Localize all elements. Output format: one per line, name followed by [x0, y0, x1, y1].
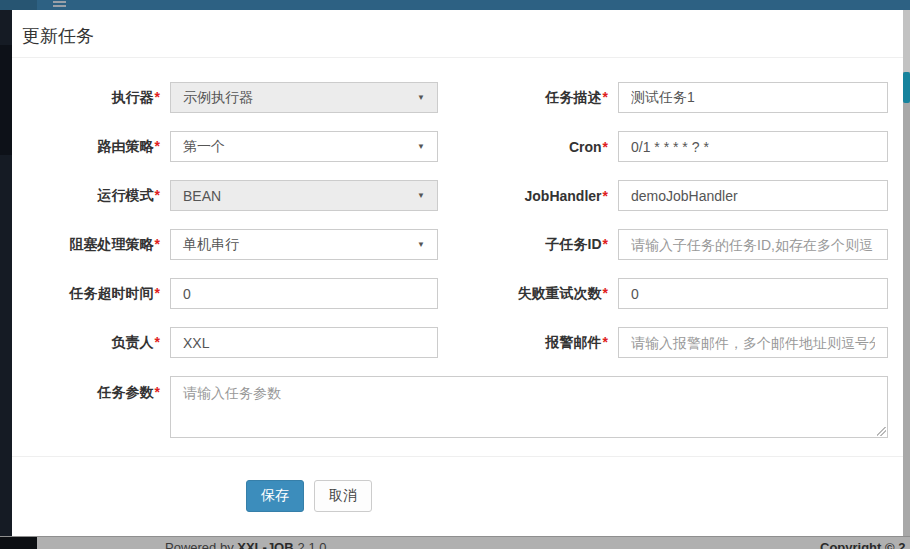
job-param-textarea[interactable] [170, 376, 888, 438]
glue-type-label: 运行模式* [12, 187, 170, 205]
cron-label: Cron* [438, 139, 618, 155]
required-asterisk: * [155, 285, 160, 301]
cancel-button[interactable]: 取消 [314, 480, 372, 512]
powered-by-prefix: Powered by [165, 540, 237, 549]
timeout-input[interactable] [170, 278, 438, 309]
route-strategy-select[interactable]: 第一个 ▼ [170, 131, 438, 162]
divider [12, 456, 903, 457]
required-asterisk: * [155, 236, 160, 252]
save-button[interactable]: 保存 [246, 480, 304, 512]
required-asterisk: * [155, 89, 160, 105]
field-label-text: 执行器 [112, 89, 154, 105]
route-strategy-label: 路由策略* [12, 138, 170, 156]
alarm-email-input[interactable] [618, 327, 888, 358]
page-footer: Powered by XXL-JOB2.1.0 Copyright © 2 [0, 536, 910, 549]
timeout-label: 任务超时时间* [12, 285, 170, 303]
executor-label: 执行器* [12, 89, 170, 107]
copyright-text: Copyright © 2 [820, 538, 905, 549]
resize-grip-icon[interactable] [877, 427, 886, 436]
field-label-text: 任务超时时间 [70, 285, 154, 301]
modal-button-bar: 保存 取消 [246, 480, 372, 512]
jobhandler-input[interactable] [618, 180, 888, 211]
caret-down-icon: ▼ [417, 240, 425, 249]
caret-down-icon: ▼ [417, 93, 425, 102]
required-asterisk: * [603, 139, 608, 155]
author-label: 负责人* [12, 334, 170, 352]
jobhandler-label: JobHandler* [438, 188, 618, 204]
field-label-text: 路由策略 [98, 138, 154, 154]
field-label-text: 运行模式 [98, 187, 154, 203]
divider [12, 57, 903, 58]
cron-input[interactable] [618, 131, 888, 162]
block-strategy-select[interactable]: 单机串行 ▼ [170, 229, 438, 260]
form-row: 负责人* 报警邮件* [12, 327, 903, 358]
required-asterisk: * [155, 384, 160, 400]
job-desc-input[interactable] [618, 82, 888, 113]
required-asterisk: * [603, 89, 608, 105]
fail-retry-label: 失败重试次数* [438, 285, 618, 303]
child-jobid-label: 子任务ID* [438, 236, 618, 254]
field-label-text: 阻塞处理策略 [70, 236, 154, 252]
required-asterisk: * [155, 138, 160, 154]
hamburger-menu-icon[interactable] [53, 1, 66, 9]
scrollbar-thumb[interactable] [903, 72, 910, 103]
caret-down-icon: ▼ [417, 191, 425, 200]
block-strategy-select-value: 单机串行 [183, 236, 239, 254]
form-row: 阻塞处理策略* 单机串行 ▼ 子任务ID* [12, 229, 903, 260]
job-desc-label: 任务描述* [438, 89, 618, 107]
required-asterisk: * [603, 334, 608, 350]
field-label-text: 任务参数 [98, 384, 154, 400]
form-row: 运行模式* BEAN ▼ JobHandler* [12, 180, 903, 211]
alarm-email-label: 报警邮件* [438, 334, 618, 352]
scrollbar-track [903, 10, 910, 72]
required-asterisk: * [603, 285, 608, 301]
block-strategy-label: 阻塞处理策略* [12, 236, 170, 254]
form-row: 执行器* 示例执行器 ▼ 任务描述* [12, 82, 903, 113]
page-scrollbar[interactable] [903, 10, 910, 536]
required-asterisk: * [603, 188, 608, 204]
field-label-text: 任务描述 [546, 89, 602, 105]
field-label-text: 失败重试次数 [518, 285, 602, 301]
form-row: 任务超时时间* 失败重试次数* [12, 278, 903, 309]
powered-by-text: Powered by XXL-JOB2.1.0 [165, 538, 327, 549]
required-asterisk: * [155, 334, 160, 350]
update-job-modal: 更新任务 执行器* 示例执行器 ▼ 任务描述* 路由策略* [12, 10, 903, 536]
field-label-text: Cron [569, 139, 602, 155]
screen: 更新任务 执行器* 示例执行器 ▼ 任务描述* 路由策略* [0, 0, 910, 549]
form-row: 路由策略* 第一个 ▼ Cron* [12, 131, 903, 162]
required-asterisk: * [155, 187, 160, 203]
field-label-text: 报警邮件 [546, 334, 602, 350]
required-asterisk: * [603, 236, 608, 252]
glue-type-select[interactable]: BEAN ▼ [170, 180, 438, 211]
sidebar-dimmed [0, 10, 12, 536]
glue-type-select-value: BEAN [183, 188, 221, 204]
version-text: 2.1.0 [298, 540, 327, 549]
field-label-text: JobHandler [525, 188, 602, 204]
fail-retry-input[interactable] [618, 278, 888, 309]
executor-select-value: 示例执行器 [183, 89, 253, 107]
job-param-label: 任务参数* [12, 376, 170, 402]
author-input[interactable] [170, 327, 438, 358]
route-strategy-select-value: 第一个 [183, 138, 225, 156]
child-jobid-input[interactable] [618, 229, 888, 260]
update-job-form: 执行器* 示例执行器 ▼ 任务描述* 路由策略* 第一个 ▼ [12, 82, 903, 456]
top-navbar [0, 0, 910, 10]
footer-sidebar-corner [0, 537, 37, 549]
brand-name: XXL-JOB [237, 540, 293, 549]
executor-select[interactable]: 示例执行器 ▼ [170, 82, 438, 113]
caret-down-icon: ▼ [417, 142, 425, 151]
field-label-text: 负责人 [112, 334, 154, 350]
form-row: 任务参数* [12, 376, 903, 438]
navbar-logo-area [0, 0, 37, 10]
field-label-text: 子任务ID [546, 236, 602, 252]
modal-title: 更新任务 [22, 24, 94, 48]
